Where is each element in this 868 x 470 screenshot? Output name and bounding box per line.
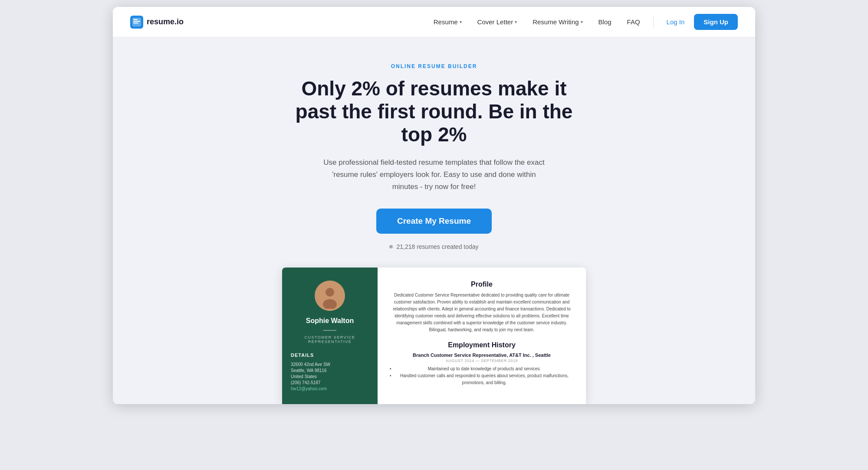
chevron-down-icon: ▾ <box>581 20 583 24</box>
nav-cover-letter[interactable]: Cover Letter ▾ <box>471 15 523 29</box>
resume-details-label: Details <box>291 352 314 358</box>
resume-name: Sophie Walton <box>306 317 354 325</box>
resume-employment-title: Employment History <box>390 341 574 349</box>
hero-subtitle: Use professional field-tested resume tem… <box>321 157 547 193</box>
resume-profile-text: Dedicated Customer Service Representativ… <box>390 292 574 333</box>
resume-job1-title: Branch Customer Service Representative, … <box>390 352 574 358</box>
nav-blog[interactable]: Blog <box>592 15 618 29</box>
resume-bullet-2: Handled customer calls and responded to … <box>390 372 574 386</box>
logo[interactable]: resume.io <box>130 16 184 29</box>
cta-button[interactable]: Create My Resume <box>376 209 492 234</box>
resume-avatar <box>315 281 345 311</box>
chevron-down-icon: ▾ <box>515 20 517 24</box>
hero-section: ONLINE RESUME BUILDER Only 2% of resumes… <box>113 37 755 404</box>
hero-title: Only 2% of resumes make it past the firs… <box>286 77 582 146</box>
resume-country: United States <box>291 374 317 379</box>
navbar: resume.io Resume ▾ Cover Letter ▾ Resume… <box>113 7 755 37</box>
resume-phone: (206) 742-5187 <box>291 380 320 385</box>
hero-stat: 21,218 resumes created today <box>389 243 478 250</box>
resume-email: hw12@yahoo.com <box>291 386 327 391</box>
navbar-links: Resume ▾ Cover Letter ▾ Resume Writing ▾… <box>427 14 738 30</box>
resume-job-title-label: CUSTOMER SERVICEREPRESENTATIVE <box>304 335 355 344</box>
chevron-down-icon: ▾ <box>460 20 462 24</box>
signup-button[interactable]: Sign Up <box>694 14 738 30</box>
resume-address2: Seattle, WA 98116 <box>291 368 326 373</box>
nav-resume[interactable]: Resume ▾ <box>427 15 468 29</box>
login-link[interactable]: Log In <box>661 15 691 29</box>
resume-bullet-1: Maintained up to date knowledge of produ… <box>390 366 574 372</box>
nav-resume-writing[interactable]: Resume Writing ▾ <box>526 15 589 29</box>
resume-divider <box>323 330 336 331</box>
svg-rect-3 <box>133 21 140 22</box>
resume-content: Profile Dedicated Customer Service Repre… <box>378 268 586 404</box>
browser-window: resume.io Resume ▾ Cover Letter ▾ Resume… <box>113 7 755 404</box>
stat-dot <box>389 245 393 248</box>
resume-sidebar: Sophie Walton CUSTOMER SERVICEREPRESENTA… <box>282 268 378 404</box>
resume-preview: Sophie Walton CUSTOMER SERVICEREPRESENTA… <box>282 268 586 404</box>
hero-eyebrow: ONLINE RESUME BUILDER <box>391 63 477 69</box>
nav-faq[interactable]: FAQ <box>621 15 646 29</box>
svg-point-6 <box>326 288 334 297</box>
resume-address1: 32600 42nd Ave SW <box>291 362 330 367</box>
svg-rect-2 <box>133 19 138 20</box>
svg-rect-4 <box>133 23 138 23</box>
resume-profile-title: Profile <box>390 281 574 288</box>
resume-job1-dates: AUGUST 2014 — SEPTEMBER 2019 <box>390 359 574 363</box>
nav-divider <box>653 16 654 28</box>
